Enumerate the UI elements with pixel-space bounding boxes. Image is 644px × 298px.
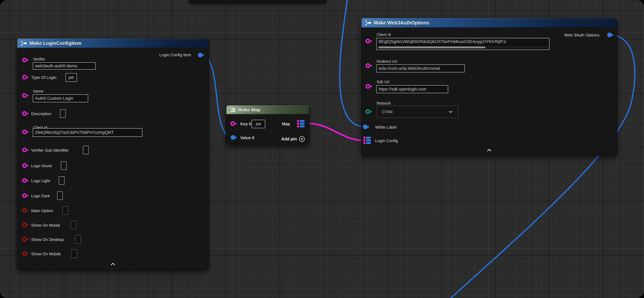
client-id-scrollbar[interactable] — [378, 46, 548, 49]
pin-out-login-config-item[interactable] — [198, 53, 202, 57]
chevron-down-icon — [448, 110, 452, 113]
pin-label-logo-light: Logo Light — [31, 178, 50, 183]
node-header-make-map[interactable]: Make Map — [226, 105, 309, 114]
pin-label-name: Name — [33, 89, 44, 94]
collapse-chevron-icon[interactable] — [110, 262, 115, 266]
pin-label-value0: Value 0 — [240, 136, 254, 140]
client-id-input[interactable]: 294QRkchfq2YaXUbPri7D6PH7xzHgQMT — [33, 128, 142, 137]
pin-in-network[interactable] — [366, 109, 370, 114]
key0-input[interactable]: jwt — [252, 120, 265, 128]
client-id-input[interactable]: BEglQSgt4cUWcj6SKRdu5QkOXTsePmMcusG5EAoy… — [376, 38, 550, 50]
logo-light-input[interactable] — [59, 176, 64, 185]
description-input[interactable] — [60, 109, 66, 118]
pin-in-value0[interactable] — [231, 135, 235, 140]
network-dropdown[interactable]: CYAN — [376, 106, 458, 118]
client-id-text: BEglQSgt4cUWcj6SKRdu5QkOXTsePmMcusG5EAoy… — [378, 39, 506, 44]
pin-in-name[interactable] — [22, 93, 27, 98]
make-struct-icon — [20, 40, 28, 46]
node-title: Make Map — [238, 107, 260, 112]
node-header-make-web3authoptions[interactable]: Make Web3AuthOptions — [362, 18, 617, 28]
node-header-make-loginconfigitem[interactable]: Make LoginConfigItem — [17, 38, 208, 48]
pin-label-key0: Key 0 — [240, 122, 251, 126]
pin-label-login-config-item: Login Config Item — [159, 52, 191, 57]
pin-in-logo-hover[interactable] — [22, 163, 27, 168]
pin-label-client-id: Client Id — [376, 32, 391, 37]
pin-out-map[interactable] — [297, 120, 304, 127]
pin-label-redirect-url: Redirect Url — [376, 59, 397, 64]
add-pin-button[interactable]: Add pin — [281, 136, 305, 142]
sdk-url-input[interactable]: https://sdk.openlogin.com — [376, 85, 448, 93]
pin-label-show-on-desktop: Show On Desktop — [31, 237, 64, 242]
main-option-checkbox[interactable] — [62, 206, 68, 215]
pin-in-show-on-desktop[interactable] — [22, 237, 27, 242]
pin-label-white-label: White Label — [375, 125, 396, 130]
pin-in-redirect-url[interactable] — [366, 63, 370, 68]
show-on-modal-checkbox[interactable] — [70, 221, 76, 229]
node-make-loginconfigitem[interactable]: Make LoginConfigItem Login Config Item V… — [17, 38, 208, 270]
pin-label-verifier-sub-identifier: Verifier Sub Identifier — [31, 148, 69, 153]
add-pin-label: Add pin — [281, 137, 297, 142]
pin-in-verifier[interactable] — [22, 58, 27, 62]
pin-in-show-on-mobile[interactable] — [22, 251, 27, 256]
node-title: Make Web3AuthOptions — [374, 20, 430, 26]
pin-out-web3auth-options[interactable] — [607, 32, 612, 37]
pin-in-show-on-modal[interactable] — [22, 222, 27, 227]
pin-label-main-option: Main Option — [31, 208, 53, 213]
pin-in-sdk-url[interactable] — [366, 84, 370, 89]
logo-dark-input[interactable] — [57, 192, 63, 200]
node-make-map[interactable]: Make Map Key 0 jwt Map Value 0 Add pin — [226, 105, 309, 144]
pin-in-key0[interactable] — [230, 121, 235, 126]
pin-label-login-config: Login Config — [375, 138, 398, 143]
pin-label-verifier: Verifier — [33, 57, 45, 62]
pin-label-sdk-url: Sdk Url — [376, 80, 389, 84]
name-input[interactable]: Auth0 Custom Login — [33, 94, 88, 102]
pin-in-logo-dark[interactable] — [22, 193, 27, 198]
redirect-url-input[interactable]: w3a://com.w3a.Web3AuthUnreal — [376, 64, 465, 72]
verifier-sub-identifier-input[interactable] — [83, 146, 89, 154]
show-on-desktop-checkbox[interactable] — [75, 235, 81, 244]
client-id-scrollbar-thumb[interactable] — [378, 46, 485, 48]
verifier-input[interactable]: web3auth-auth0-demo — [33, 62, 96, 70]
node-title: Make LoginConfigItem — [30, 40, 81, 46]
pin-in-client-id[interactable] — [366, 39, 370, 44]
pin-label-logo-hover: Logo Hover — [31, 164, 52, 168]
wire-map-to-login-config[interactable] — [309, 124, 364, 140]
pin-label-network: Network — [376, 101, 391, 106]
pin-label-show-on-modal: Show On Modal — [31, 223, 60, 228]
show-on-mobile-checkbox[interactable] — [72, 249, 77, 258]
type-of-login-input[interactable]: jwt — [66, 73, 77, 82]
add-pin-plus-icon — [299, 136, 305, 142]
make-map-icon — [230, 107, 236, 113]
pin-in-white-label[interactable] — [363, 124, 368, 129]
pin-in-logo-light[interactable] — [22, 178, 27, 183]
pin-in-description[interactable] — [22, 111, 27, 116]
pin-label-logo-dark: Logo Dark — [31, 194, 50, 198]
pin-in-verifier-sub-identifier[interactable] — [22, 148, 27, 152]
pin-in-type-of-login[interactable] — [22, 75, 27, 80]
pin-label-show-on-mobile: Show On Mobile — [31, 252, 61, 256]
pin-label-map: Map — [282, 122, 290, 126]
pin-label-web3auth-options: Web 3Auth Options — [564, 33, 600, 38]
pin-in-login-config[interactable] — [364, 137, 371, 144]
node-make-web3authoptions[interactable]: Make Web3AuthOptions Web 3Auth Options C… — [362, 18, 617, 155]
network-selected-value: CYAN — [382, 110, 392, 114]
pin-label-type-of-login: Type Of Login — [31, 75, 56, 80]
make-struct-icon — [365, 20, 372, 26]
logo-hover-input[interactable] — [61, 161, 66, 170]
offscreen-node-fragment — [189, 0, 327, 4]
pin-in-main-option[interactable] — [22, 208, 27, 213]
pin-label-description: Description — [31, 112, 52, 116]
blueprint-graph-canvas[interactable]: Make LoginConfigItem Login Config Item V… — [0, 0, 644, 298]
collapse-chevron-icon[interactable] — [487, 149, 492, 152]
pin-in-client-id[interactable] — [22, 130, 27, 134]
